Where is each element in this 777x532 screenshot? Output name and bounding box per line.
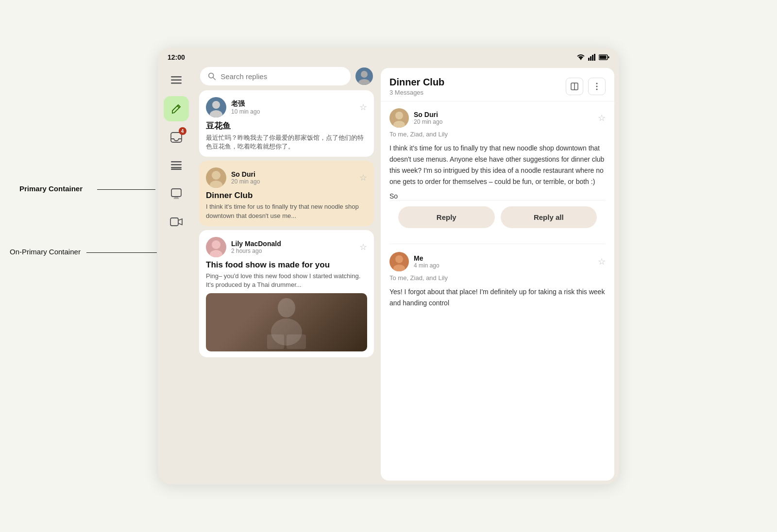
email-detail-count: 3 Messages — [389, 89, 444, 96]
signal-icon — [588, 54, 596, 61]
email-thread: So Duri 20 min ago ☆ To me, Ziad, and Li… — [381, 101, 614, 481]
list-nav-icon[interactable] — [164, 153, 188, 178]
reply-all-button[interactable]: Reply all — [501, 206, 597, 228]
reply-button[interactable]: Reply — [398, 206, 495, 228]
email-card-3-header: Lily MacDonald 2 hours ago ☆ — [206, 237, 367, 257]
thread-message-1-header: So Duri 20 min ago ☆ — [389, 108, 606, 128]
search-bar-row — [194, 64, 379, 90]
thread-sender-row-1: So Duri 20 min ago — [389, 108, 442, 128]
svg-point-34 — [596, 83, 598, 84]
email-1-time: 10 min ago — [231, 108, 355, 115]
email-card-1[interactable]: 老强 10 min ago ☆ 豆花鱼 最近忙吗？昨晚我去了你最爱的那家饭馆，点… — [199, 90, 374, 157]
svg-rect-6 — [600, 56, 607, 59]
thread-avatar-1 — [389, 108, 409, 128]
email-2-sender-name: So Duri — [231, 170, 355, 178]
thread-to-1: To me, Ziad, and Lily — [389, 131, 606, 138]
more-options-button[interactable] — [588, 78, 606, 95]
svg-rect-10 — [171, 83, 182, 84]
search-bar[interactable] — [200, 67, 351, 85]
email-card-3[interactable]: Lily MacDonald 2 hours ago ☆ This food s… — [199, 230, 374, 357]
thread-sender-name-2: Me — [414, 254, 439, 262]
status-time: 12:00 — [168, 53, 185, 61]
email-card-2-header: So Duri 20 min ago ☆ — [206, 167, 367, 188]
search-input[interactable] — [220, 72, 343, 81]
svg-rect-14 — [171, 167, 182, 168]
email-2-subject: Dinner Club — [206, 191, 367, 200]
email-2-time: 20 min ago — [231, 178, 355, 185]
svg-rect-30 — [267, 334, 284, 349]
email-detail-title-group: Dinner Club 3 Messages — [389, 77, 444, 96]
status-bar: 12:00 — [158, 48, 619, 64]
email-1-sender-info: 老强 10 min ago — [231, 100, 355, 115]
email-2-sender-info: So Duri 20 min ago — [231, 170, 355, 185]
svg-point-37 — [395, 112, 403, 119]
thread-sender-info-2: Me 4 min ago — [414, 254, 439, 269]
svg-point-21 — [358, 79, 370, 85]
svg-rect-4 — [594, 54, 595, 61]
inbox-nav-icon[interactable]: 4 — [164, 125, 188, 150]
email-3-time: 2 hours ago — [231, 248, 355, 254]
menu-nav-icon[interactable] — [164, 68, 188, 92]
svg-point-35 — [596, 86, 598, 87]
email-3-star[interactable]: ☆ — [359, 242, 367, 252]
thread-star-2[interactable]: ☆ — [598, 256, 606, 267]
svg-rect-16 — [171, 189, 181, 197]
thread-sender-info-1: So Duri 20 min ago — [414, 111, 442, 125]
email-3-sender-info: Lily MacDonald 2 hours ago — [231, 240, 355, 254]
thread-body-1: I think it's time for us to finally try … — [389, 143, 606, 187]
thread-message-2-header: Me 4 min ago ☆ — [389, 252, 606, 271]
thread-msg-time-2: 4 min ago — [414, 262, 439, 269]
svg-rect-8 — [171, 76, 182, 78]
thread-message-1: So Duri 20 min ago ☆ To me, Ziad, and Li… — [389, 108, 606, 244]
split-view-button[interactable] — [566, 78, 583, 95]
thread-signature-1: So — [389, 192, 606, 200]
svg-rect-31 — [287, 334, 306, 349]
email-3-avatar — [206, 237, 226, 257]
svg-marker-0 — [579, 57, 583, 60]
inbox-badge: 4 — [179, 127, 186, 135]
email-3-image — [206, 293, 367, 351]
center-email-list-panel: 老强 10 min ago ☆ 豆花鱼 最近忙吗？昨晚我去了你最爱的那家饭馆，点… — [194, 64, 379, 484]
svg-rect-9 — [171, 80, 182, 81]
status-icons — [576, 54, 609, 61]
svg-rect-13 — [171, 164, 182, 166]
video-nav-icon[interactable] — [164, 210, 188, 234]
thread-star-1[interactable]: ☆ — [598, 113, 606, 123]
svg-point-23 — [210, 110, 222, 117]
email-1-subject: 豆花鱼 — [206, 120, 367, 132]
email-2-star[interactable]: ☆ — [359, 172, 367, 183]
svg-point-39 — [395, 255, 403, 263]
svg-rect-1 — [588, 58, 590, 61]
svg-rect-15 — [171, 169, 182, 170]
email-card-1-header: 老强 10 min ago ☆ — [206, 97, 367, 117]
svg-rect-2 — [590, 56, 591, 61]
svg-point-40 — [393, 265, 405, 271]
annotation-primary-line — [97, 189, 155, 190]
svg-rect-7 — [608, 56, 609, 58]
compose-nav-icon[interactable] — [164, 96, 189, 121]
email-1-preview: 最近忙吗？昨晚我去了你最爱的那家饭馆，点了他们的特色豆花鱼，吃着吃着就想你了。 — [206, 133, 367, 151]
thread-body-2: Yes! I forgot about that place! I'm defi… — [389, 286, 606, 309]
thread-avatar-2 — [389, 252, 409, 271]
email-detail-panel: Dinner Club 3 Messages — [381, 68, 614, 481]
left-nav-panel: 4 — [158, 64, 194, 484]
svg-line-19 — [213, 77, 215, 80]
email-3-image-thumb — [206, 293, 367, 351]
email-detail-header: Dinner Club 3 Messages — [381, 68, 614, 101]
wifi-icon — [576, 54, 585, 61]
user-avatar[interactable] — [355, 67, 373, 85]
email-1-star[interactable]: ☆ — [359, 102, 367, 113]
email-1-sender-name: 老强 — [231, 100, 355, 108]
svg-point-26 — [212, 240, 220, 249]
svg-point-22 — [212, 101, 220, 109]
page-wrapper: Primary Container On-Primary Container 1… — [0, 0, 777, 532]
header-actions — [566, 78, 606, 95]
email-card-2[interactable]: So Duri 20 min ago ☆ Dinner Club I think… — [199, 161, 374, 226]
email-3-sender-name: Lily MacDonald — [231, 240, 355, 248]
email-1-avatar — [206, 97, 226, 117]
reply-buttons: Reply Reply all — [389, 200, 606, 234]
svg-point-36 — [596, 89, 598, 90]
chat-nav-icon[interactable] — [164, 182, 188, 206]
email-2-preview: I think it's time for us to finally try … — [206, 202, 367, 220]
svg-point-38 — [393, 121, 405, 128]
